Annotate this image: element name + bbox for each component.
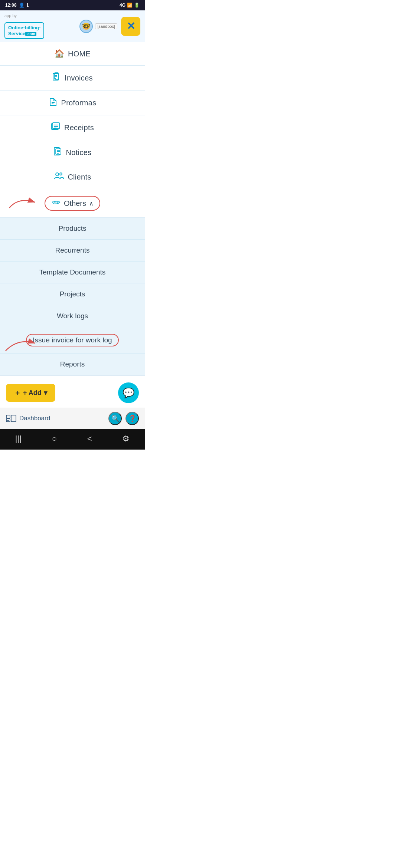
proformas-icon (49, 97, 58, 108)
others-arrow-annotation (7, 195, 41, 212)
sidebar-item-work-logs[interactable]: Work logs (0, 305, 145, 327)
home-icon: 🏠 (54, 49, 64, 59)
back-button[interactable]: < (80, 433, 100, 445)
sidebar-item-others[interactable]: Others ∧ (0, 189, 145, 218)
status-bar: 12:08 👤 ℹ 4G 📶 🔋 (0, 0, 145, 10)
sidebar-item-label: Receipts (64, 124, 94, 132)
svg-rect-25 (11, 415, 16, 422)
receipts-icon (51, 122, 61, 133)
sidebar-item-label: Products (59, 224, 87, 233)
signal-icon: 📶 (127, 3, 133, 8)
search-icon: 🔍 (111, 415, 119, 423)
home-button[interactable]: ○ (45, 433, 64, 445)
battery-icon: 🔋 (134, 3, 140, 8)
help-icon: ❓ (128, 415, 136, 423)
user-avatar-area[interactable]: 🤓 [sandbox] (79, 20, 117, 33)
footer-area: ＋ + Add ▾ 💬 (0, 375, 145, 408)
app-header: app by Online-billing- Service.com 🤓 [sa… (0, 10, 145, 42)
sidebar-item-label: Invoices (65, 74, 93, 82)
logo-line1: Online-billing- (8, 25, 40, 31)
sidebar-item-label: Issue invoice for work log (33, 336, 112, 344)
sidebar-item-recurrents[interactable]: Recurrents (0, 240, 145, 262)
sidebar-item-invoices[interactable]: Invoices (0, 66, 145, 91)
sidebar-item-label: Work logs (57, 312, 88, 320)
dashboard-icon (6, 415, 16, 422)
sidebar-item-label: Template Documents (39, 268, 105, 276)
person-icon: 👤 (19, 3, 25, 8)
sidebar-item-clients[interactable]: Clients (0, 165, 145, 189)
system-nav-bar: ||| ○ < ⚙ (0, 429, 145, 450)
sidebar-item-label: Reports (60, 360, 85, 368)
app-by-label: app by (4, 13, 44, 18)
recent-apps-icon: ||| (15, 434, 22, 443)
invoices-icon (52, 72, 61, 83)
sidebar-item-issue-invoice[interactable]: Issue invoice for work log (0, 327, 145, 354)
sidebar-item-label: Projects (60, 290, 85, 298)
status-time: 12:08 (5, 3, 17, 8)
svg-point-18 (60, 173, 62, 175)
others-circled: Others ∧ (45, 196, 100, 211)
sidebar-item-label: Recurrents (55, 246, 90, 254)
network-label: 4G (120, 3, 125, 8)
clients-icon (53, 172, 64, 182)
sandbox-badge: [sandbox] (95, 23, 117, 29)
svg-rect-23 (6, 415, 10, 418)
avatar: 🤓 (79, 20, 93, 33)
sidebar-item-products[interactable]: Products (0, 218, 145, 240)
home-nav-icon: ○ (52, 434, 57, 443)
back-icon: < (87, 434, 92, 443)
help-icon-button[interactable]: ❓ (125, 412, 139, 425)
accessibility-button[interactable]: ⚙ (115, 433, 137, 445)
dashboard-label[interactable]: Dashboard (6, 415, 50, 422)
issue-invoice-circled: Issue invoice for work log (26, 334, 118, 346)
logo-tld: .com (25, 32, 36, 36)
add-button[interactable]: ＋ + Add ▾ (6, 384, 55, 402)
logo-line2: Service.com (8, 31, 40, 37)
add-label: + Add (23, 389, 42, 397)
svg-point-17 (56, 173, 59, 176)
sidebar-item-label: Clients (68, 173, 91, 181)
accessibility-icon: ⚙ (122, 434, 130, 443)
others-icon (51, 198, 61, 208)
add-chevron-icon: ▾ (44, 389, 47, 397)
chevron-up-icon: ∧ (89, 200, 94, 207)
info-icon: ℹ (27, 3, 29, 8)
logo: Online-billing- Service.com (4, 22, 44, 39)
chat-icon: 💬 (123, 387, 134, 399)
recent-apps-button[interactable]: ||| (8, 433, 29, 445)
chat-button[interactable]: 💬 (118, 382, 139, 403)
plus-icon: ＋ (14, 388, 21, 397)
sidebar-item-template-documents[interactable]: Template Documents (0, 262, 145, 283)
dashboard-bar: Dashboard 🔍 ❓ (0, 408, 145, 429)
sidebar-item-reports[interactable]: Reports (0, 354, 145, 375)
sidebar-item-label: Proformas (61, 99, 97, 107)
sidebar-item-projects[interactable]: Projects (0, 283, 145, 305)
sidebar-item-label: Others (64, 199, 86, 208)
close-icon: ✕ (127, 20, 135, 32)
search-icon-button[interactable]: 🔍 (108, 412, 122, 425)
dashboard-text: Dashboard (19, 415, 50, 422)
sidebar-item-notices[interactable]: Notices (0, 140, 145, 165)
sidebar-item-receipts[interactable]: Receipts (0, 115, 145, 140)
sidebar-item-label: HOME (68, 50, 91, 58)
close-button[interactable]: ✕ (121, 17, 140, 36)
sidebar-item-label: Notices (66, 148, 92, 157)
dashboard-icon-group: 🔍 ❓ (108, 412, 139, 425)
sidebar-item-home[interactable]: 🏠 HOME (0, 42, 145, 66)
notices-icon (53, 147, 62, 158)
nav-menu: 🏠 HOME Invoices Proformas R (0, 42, 145, 375)
sidebar-item-proformas[interactable]: Proformas (0, 91, 145, 115)
